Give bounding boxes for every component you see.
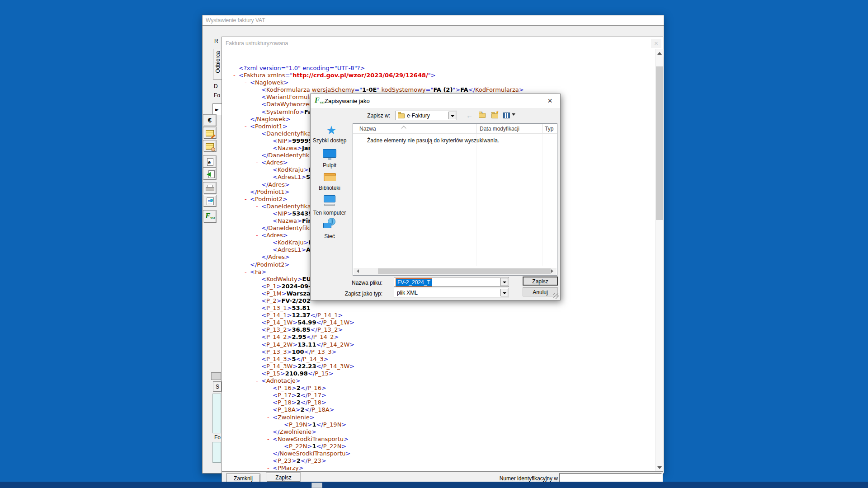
edit-invoice-button[interactable]	[203, 127, 217, 139]
close-icon[interactable]: ×	[651, 39, 661, 48]
xml-tag-name: P_1	[266, 283, 277, 290]
xml-tag-name: P_14_3	[266, 356, 287, 362]
print-button[interactable]	[203, 182, 217, 194]
dropdown-button[interactable]	[500, 289, 508, 296]
xml-tag-name: Naglowek	[257, 116, 286, 122]
filetype-label: Zapisz jako typ:	[338, 291, 382, 297]
xml-tag-name: AdresL1	[278, 246, 301, 253]
xml-tag-name: P_14_1	[317, 312, 338, 319]
ksef-number-input[interactable]	[559, 473, 662, 483]
sidebar-label[interactable]: Sieć	[311, 233, 349, 239]
column-header-type[interactable]: Typ	[545, 126, 553, 132]
sidebar-label[interactable]: Szybki dostęp	[311, 137, 349, 144]
back-icon[interactable]: ←	[466, 112, 475, 119]
collapse-marker[interactable]: -	[245, 196, 247, 203]
collapse-marker[interactable]: -	[256, 232, 258, 239]
close-form-button[interactable]: Zamknij	[226, 474, 260, 483]
xml-token: >	[304, 166, 309, 173]
column-header-modified[interactable]: Data modyfikacji	[480, 126, 519, 132]
collapse-marker[interactable]: -	[256, 130, 258, 137]
xml-token: <	[284, 421, 289, 428]
partial-scrollbar[interactable]	[211, 372, 221, 380]
sidebar-label[interactable]: Biblioteki	[311, 185, 349, 191]
scrollbar-thumb[interactable]	[378, 268, 551, 274]
collapse-marker[interactable]: -	[267, 414, 269, 421]
xml-token: <	[273, 392, 278, 399]
close-icon[interactable]: ×	[540, 94, 560, 108]
taskbar[interactable]	[0, 482, 868, 488]
file-list[interactable]: Nazwa Data modyfikacji Typ Żadne element…	[353, 123, 557, 276]
filename-combobox[interactable]: FV-2_2024_T	[394, 277, 509, 287]
receive-invoice-button[interactable]	[203, 140, 217, 152]
up-one-level-icon[interactable]: ↑	[479, 112, 488, 119]
xml-tag-name: P_16	[307, 385, 321, 391]
xml-token: <	[273, 166, 278, 173]
collapse-marker[interactable]: -	[245, 268, 247, 276]
xml-line: <P_14_3W>22.23</P_14_3W>	[233, 363, 524, 370]
sidebar-label[interactable]: Pulpit	[311, 162, 349, 169]
taskbar-item[interactable]	[311, 483, 322, 488]
save-button[interactable]: Zapisz	[523, 277, 558, 286]
xml-token: <	[261, 356, 266, 362]
xml-line: <P_18>2</P_18>	[233, 399, 524, 406]
xml-token: >	[519, 86, 524, 93]
horizontal-scrollbar[interactable]	[354, 268, 557, 275]
this-pc-icon[interactable]	[324, 195, 335, 202]
xml-token: >	[330, 406, 335, 413]
import-invoice-button[interactable]	[203, 168, 217, 180]
collapse-marker[interactable]: -	[256, 159, 258, 166]
collapse-marker[interactable]: -	[233, 72, 236, 79]
scroll-left-icon[interactable]	[355, 269, 359, 273]
xml-token: >	[297, 217, 302, 224]
scroll-right-icon[interactable]	[551, 269, 555, 273]
xml-token: </	[250, 116, 257, 122]
xml-token: </	[261, 152, 268, 159]
save-in-combobox[interactable]: e-Faktury	[396, 111, 457, 120]
invoice-list-button[interactable]	[203, 195, 217, 207]
sidebar-label[interactable]: Ten komputer	[311, 210, 349, 216]
scrollbar-thumb[interactable]	[656, 66, 663, 220]
dropdown-button[interactable]	[448, 112, 456, 119]
libraries-folder-icon[interactable]	[324, 173, 336, 181]
xml-token: >	[304, 239, 309, 246]
xml-line: -<Adnotacje>	[233, 377, 524, 385]
scroll-down-button[interactable]	[656, 463, 664, 471]
e-invoice-button[interactable]: e	[203, 155, 217, 168]
dropdown-button[interactable]	[500, 278, 508, 286]
filetype-combobox[interactable]: plik XML	[394, 288, 509, 297]
fvat-button[interactable]: F VAT	[203, 210, 217, 223]
collapse-marker[interactable]: -	[245, 123, 247, 130]
collapse-marker[interactable]: -	[256, 377, 258, 385]
xml-tag-name: NIP	[278, 210, 287, 217]
xml-token: <	[261, 290, 266, 297]
xml-token: </	[304, 348, 311, 355]
partial-field-bottom[interactable]	[212, 442, 221, 463]
collapse-marker[interactable]: -	[256, 203, 258, 210]
collapse-marker[interactable]: -	[267, 465, 269, 471]
partial-field-top[interactable]	[212, 394, 221, 433]
vertical-scrollbar[interactable]	[655, 49, 663, 471]
xml-token: >	[431, 72, 436, 79]
resize-grip[interactable]	[553, 293, 559, 299]
column-header-name[interactable]: Nazwa	[359, 126, 376, 132]
printer-icon	[206, 187, 214, 191]
partial-label-d: D	[214, 83, 218, 89]
xml-token: <	[261, 363, 266, 370]
desktop-monitor-icon[interactable]	[323, 149, 336, 158]
new-folder-icon[interactable]: ★	[491, 112, 500, 119]
collapse-marker[interactable]: -	[267, 436, 269, 443]
xml-tag-name: Podmiot1	[257, 188, 284, 195]
euro-button[interactable]: €	[203, 114, 217, 127]
cancel-button[interactable]: Anuluj	[523, 287, 558, 296]
filename-value[interactable]: FV-2_2024_T	[396, 279, 432, 286]
collapse-marker[interactable]: -	[245, 79, 247, 86]
save-form-button[interactable]: Zapisz	[266, 473, 301, 483]
scroll-up-button[interactable]	[656, 49, 664, 57]
xml-token: <	[273, 385, 278, 391]
tab-odbiorca-label: Odbiorca	[215, 51, 221, 73]
dialog-titlebar[interactable]: FVAT Zapisywanie jako ×	[311, 94, 560, 108]
partial-button-s[interactable]: S	[213, 381, 222, 392]
sidebar-item-quick-access[interactable]: ★	[312, 125, 350, 136]
view-menu-icon[interactable]	[503, 112, 512, 119]
xml-tag-name: Zwolnienie	[279, 428, 311, 435]
